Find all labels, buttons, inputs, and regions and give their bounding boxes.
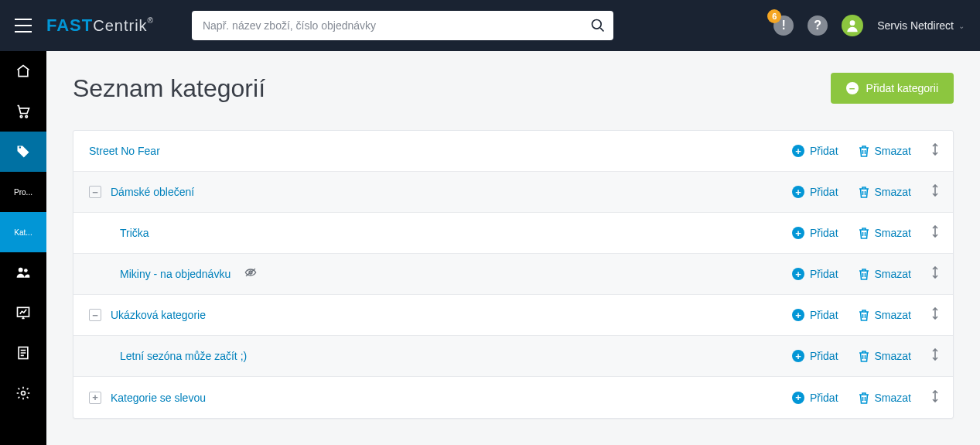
category-link[interactable]: Mikiny - na objednávku (120, 268, 230, 280)
category-row: Mikiny - na objednávku+PřidatSmazat (73, 254, 953, 295)
delete-category-button[interactable]: Smazat (859, 268, 911, 280)
svg-point-0 (592, 20, 601, 29)
drag-handle-icon (931, 184, 939, 197)
sidebar-item-settings[interactable] (0, 373, 46, 413)
delete-category-button[interactable]: Smazat (859, 392, 911, 404)
delete-category-button[interactable]: Smazat (859, 350, 911, 362)
svg-point-1 (850, 20, 855, 26)
sidebar-item-users[interactable] (0, 252, 46, 293)
trash-icon (859, 350, 869, 362)
expand-toggle[interactable]: + (89, 392, 101, 404)
category-row: +Kategorie se slevou+PřidatSmazat (73, 377, 953, 418)
category-row: −Dámské oblečení+PřidatSmazat (73, 172, 953, 213)
add-button-label: Přidat kategorii (866, 82, 938, 94)
help-button[interactable]: ? (808, 15, 828, 36)
category-row: Street No Fear+PřidatSmazat (73, 131, 953, 172)
sidebar-item-stats[interactable] (0, 293, 46, 333)
sidebar-item-categories[interactable]: Kat... (0, 212, 46, 252)
add-subcategory-button[interactable]: +Přidat (792, 392, 838, 404)
row-actions: +PřidatSmazat (792, 266, 939, 282)
row-left: Street No Fear (73, 145, 792, 157)
add-subcategory-button[interactable]: +Přidat (792, 145, 838, 157)
sidebar-item-products[interactable]: Pro... (0, 172, 46, 212)
cart-icon (15, 104, 31, 119)
category-link[interactable]: Trička (120, 227, 149, 239)
row-left: +Kategorie se slevou (73, 392, 792, 404)
plus-circle-icon: + (792, 145, 804, 157)
delete-category-button[interactable]: Smazat (859, 309, 911, 321)
sidebar-item-cart[interactable] (0, 91, 46, 132)
delete-category-button[interactable]: Smazat (859, 145, 911, 157)
category-link[interactable]: Kategorie se slevou (111, 392, 206, 404)
svg-point-3 (26, 115, 28, 118)
hidden-indicator (244, 267, 257, 281)
add-subcategory-button[interactable]: +Přidat (792, 309, 838, 321)
drag-handle[interactable] (931, 184, 939, 200)
category-link[interactable]: Letní sezóna může začít ;) (120, 350, 247, 362)
collapse-toggle[interactable]: − (89, 186, 101, 198)
user-avatar[interactable] (842, 15, 863, 36)
plus-circle-icon: + (792, 268, 804, 280)
drag-handle[interactable] (931, 143, 939, 159)
trash-icon (859, 268, 869, 280)
plus-circle-icon: + (792, 309, 804, 321)
sidebar-label: Pro... (14, 188, 32, 197)
tag-icon (15, 144, 31, 159)
drag-handle[interactable] (931, 225, 939, 241)
hamburger-menu[interactable] (0, 19, 46, 33)
add-category-button[interactable]: − Přidat kategorii (831, 73, 954, 104)
sidebar-item-tag[interactable] (0, 132, 46, 172)
sidebar-item-content[interactable] (0, 333, 46, 373)
plus-circle-icon: + (792, 227, 804, 239)
category-tree: Street No Fear+PřidatSmazat−Dámské obleč… (73, 130, 954, 419)
action-label: Smazat (875, 309, 911, 321)
category-link[interactable]: Street No Fear (89, 145, 160, 157)
search-input[interactable] (192, 11, 613, 40)
drag-handle-icon (931, 348, 939, 361)
sidebar-label: Kat... (14, 228, 32, 237)
trash-icon (859, 145, 869, 157)
action-label: Smazat (875, 268, 911, 280)
category-link[interactable]: Ukázková kategorie (111, 309, 206, 321)
svg-point-8 (22, 392, 26, 395)
sidebar-item-home[interactable] (0, 51, 46, 91)
action-label: Přidat (810, 186, 838, 198)
logo-text-centrik: Centrik (93, 17, 147, 35)
logo-text-fast: FAST (46, 15, 93, 36)
chevron-down-icon: ⌄ (958, 22, 965, 30)
drag-handle[interactable] (931, 348, 939, 364)
add-subcategory-button[interactable]: +Přidat (792, 227, 838, 239)
delete-category-button[interactable]: Smazat (859, 227, 911, 239)
minus-circle-icon: − (846, 82, 859, 94)
delete-category-button[interactable]: Smazat (859, 186, 911, 198)
add-subcategory-button[interactable]: +Přidat (792, 350, 838, 362)
user-menu[interactable]: Servis Netdirect ⌄ (877, 19, 965, 32)
row-left: Mikiny - na objednávku (73, 267, 792, 281)
category-link[interactable]: Dámské oblečení (111, 186, 194, 198)
plus-circle-icon: + (792, 186, 804, 198)
collapse-toggle[interactable]: − (89, 309, 101, 321)
drag-handle[interactable] (931, 307, 939, 323)
app-logo[interactable]: FAST Centrik ® (46, 15, 153, 36)
drag-handle-icon (931, 390, 939, 402)
drag-handle-icon (931, 143, 939, 156)
row-left: −Ukázková kategorie (73, 309, 792, 321)
category-row: Trička+PřidatSmazat (73, 213, 953, 254)
row-actions: +PřidatSmazat (792, 184, 939, 200)
row-actions: +PřidatSmazat (792, 225, 939, 241)
header-actions: ! 6 ? Servis Netdirect ⌄ (773, 15, 965, 36)
action-label: Přidat (810, 392, 838, 404)
svg-point-2 (20, 115, 22, 118)
search-icon[interactable] (590, 18, 606, 33)
hidden-icon (244, 267, 257, 278)
drag-handle[interactable] (931, 390, 939, 406)
row-left: Letní sezóna může začít ;) (73, 350, 792, 362)
notifications-button[interactable]: ! 6 (773, 15, 794, 36)
trash-icon (859, 309, 869, 321)
add-subcategory-button[interactable]: +Přidat (792, 186, 838, 198)
action-label: Smazat (875, 227, 911, 239)
drag-handle[interactable] (931, 266, 939, 282)
main-content: Seznam kategorií − Přidat kategorii Stre… (46, 51, 980, 445)
action-label: Smazat (875, 145, 911, 157)
add-subcategory-button[interactable]: +Přidat (792, 268, 838, 280)
